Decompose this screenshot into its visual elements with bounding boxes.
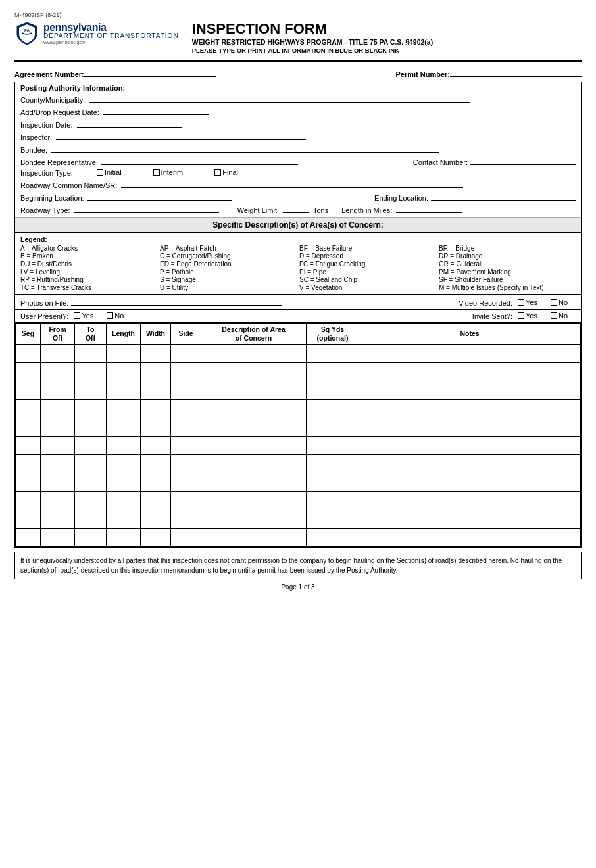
roadway-name-field[interactable] (121, 179, 463, 188)
cell-from[interactable] (41, 363, 75, 381)
agreement-number-field[interactable] (84, 68, 216, 77)
cell-to[interactable] (75, 473, 107, 492)
cell-from[interactable] (41, 529, 75, 547)
cell-sqyds[interactable] (307, 455, 359, 473)
final-checkbox[interactable] (214, 169, 221, 176)
cell-desc[interactable] (201, 492, 307, 510)
cell-sqyds[interactable] (307, 345, 359, 363)
cell-from[interactable] (41, 437, 75, 455)
weight-limit-field[interactable] (283, 204, 309, 213)
inspection-date-field[interactable] (77, 118, 182, 128)
cell-length[interactable] (107, 363, 141, 381)
cell-seg[interactable] (16, 345, 41, 363)
cell-desc[interactable] (201, 400, 307, 418)
cell-width[interactable] (141, 510, 171, 529)
cell-length[interactable] (107, 418, 141, 437)
cell-side[interactable] (171, 492, 201, 510)
cell-seg[interactable] (16, 400, 41, 418)
video-yes-checkbox[interactable] (518, 299, 524, 306)
inspector-field[interactable] (56, 131, 306, 140)
cell-sqyds[interactable] (307, 473, 359, 492)
cell-notes[interactable] (359, 510, 581, 529)
cell-side[interactable] (171, 363, 201, 381)
cell-desc[interactable] (201, 510, 307, 529)
cell-width[interactable] (141, 418, 171, 437)
cell-width[interactable] (141, 363, 171, 381)
cell-seg[interactable] (16, 473, 41, 492)
cell-side[interactable] (171, 345, 201, 363)
cell-width[interactable] (141, 492, 171, 510)
cell-notes[interactable] (359, 437, 581, 455)
cell-to[interactable] (75, 455, 107, 473)
cell-notes[interactable] (359, 345, 581, 363)
add-drop-field[interactable] (103, 106, 209, 115)
cell-length[interactable] (107, 437, 141, 455)
cell-length[interactable] (107, 455, 141, 473)
cell-from[interactable] (41, 455, 75, 473)
cell-side[interactable] (171, 400, 201, 418)
cell-notes[interactable] (359, 473, 581, 492)
cell-length[interactable] (107, 492, 141, 510)
cell-side[interactable] (171, 473, 201, 492)
photos-field[interactable] (71, 297, 282, 306)
cell-desc[interactable] (201, 345, 307, 363)
cell-to[interactable] (75, 492, 107, 510)
cell-to[interactable] (75, 418, 107, 437)
cell-desc[interactable] (201, 381, 307, 400)
cell-seg[interactable] (16, 529, 41, 547)
cell-width[interactable] (141, 345, 171, 363)
cell-sqyds[interactable] (307, 437, 359, 455)
cell-side[interactable] (171, 529, 201, 547)
cell-notes[interactable] (359, 381, 581, 400)
cell-seg[interactable] (16, 381, 41, 400)
contact-field[interactable] (470, 156, 576, 165)
cell-sqyds[interactable] (307, 400, 359, 418)
cell-width[interactable] (141, 529, 171, 547)
cell-to[interactable] (75, 529, 107, 547)
cell-sqyds[interactable] (307, 363, 359, 381)
initial-checkbox[interactable] (97, 169, 103, 176)
ending-loc-field[interactable] (431, 191, 576, 201)
cell-notes[interactable] (359, 363, 581, 381)
cell-desc[interactable] (201, 473, 307, 492)
cell-sqyds[interactable] (307, 529, 359, 547)
bondee-field[interactable] (51, 143, 439, 153)
cell-length[interactable] (107, 473, 141, 492)
cell-from[interactable] (41, 492, 75, 510)
cell-length[interactable] (107, 400, 141, 418)
cell-seg[interactable] (16, 418, 41, 437)
user-no-checkbox[interactable] (107, 312, 113, 319)
invite-no-checkbox[interactable] (551, 312, 557, 319)
length-field[interactable] (396, 204, 462, 213)
cell-width[interactable] (141, 455, 171, 473)
roadway-type-field[interactable] (74, 204, 219, 213)
cell-seg[interactable] (16, 437, 41, 455)
cell-length[interactable] (107, 510, 141, 529)
cell-sqyds[interactable] (307, 381, 359, 400)
cell-sqyds[interactable] (307, 510, 359, 529)
cell-to[interactable] (75, 381, 107, 400)
cell-to[interactable] (75, 345, 107, 363)
invite-yes-checkbox[interactable] (518, 312, 524, 319)
cell-width[interactable] (141, 381, 171, 400)
cell-to[interactable] (75, 437, 107, 455)
bondee-rep-field[interactable] (101, 156, 298, 165)
cell-from[interactable] (41, 345, 75, 363)
cell-sqyds[interactable] (307, 418, 359, 437)
beginning-loc-field[interactable] (87, 191, 232, 201)
user-yes-checkbox[interactable] (74, 312, 80, 319)
cell-desc[interactable] (201, 418, 307, 437)
cell-to[interactable] (75, 363, 107, 381)
cell-from[interactable] (41, 510, 75, 529)
cell-from[interactable] (41, 473, 75, 492)
cell-side[interactable] (171, 437, 201, 455)
cell-desc[interactable] (201, 363, 307, 381)
cell-notes[interactable] (359, 492, 581, 510)
cell-side[interactable] (171, 455, 201, 473)
cell-side[interactable] (171, 381, 201, 400)
cell-seg[interactable] (16, 363, 41, 381)
cell-width[interactable] (141, 473, 171, 492)
cell-sqyds[interactable] (307, 492, 359, 510)
cell-notes[interactable] (359, 455, 581, 473)
cell-length[interactable] (107, 381, 141, 400)
